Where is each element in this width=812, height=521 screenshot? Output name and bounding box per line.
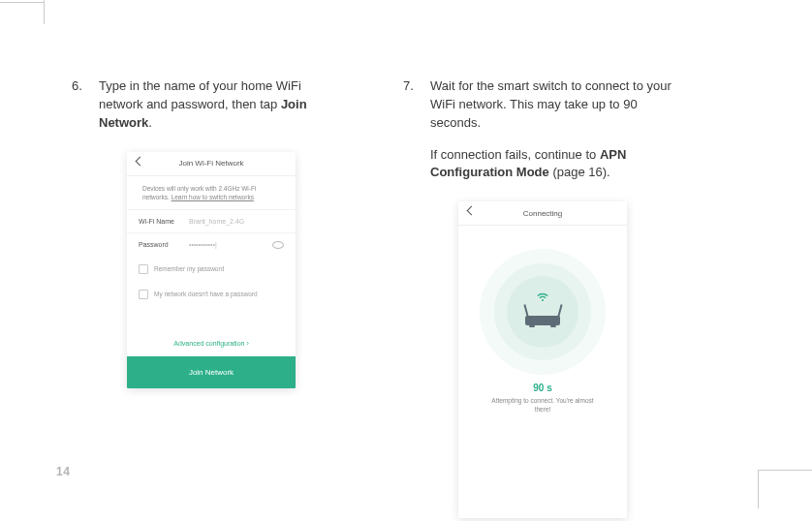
step-7-number: 7. <box>403 77 430 182</box>
wifi-name-label: Wi-Fi Name <box>139 218 189 225</box>
page-number: 14 <box>56 465 70 478</box>
step-7-para2-b: (page 16). <box>549 165 610 179</box>
switch-networks-link[interactable]: Learn how to switch networks <box>172 194 254 200</box>
no-password-checkbox[interactable]: My network doesn't have a password <box>127 282 296 307</box>
step-6-column: 6. Type in the name of your home WiFi ne… <box>76 77 347 518</box>
countdown-timer: 90 s <box>458 383 627 393</box>
connecting-animation <box>480 249 606 375</box>
step-6-text-b: . <box>148 115 152 130</box>
phone-connecting: Connecting 90 s <box>458 201 627 518</box>
wifi-password-value: •••••••••••| <box>189 241 272 248</box>
step-7-para1: Wait for the smart switch to connect to … <box>430 77 678 133</box>
step-6-number: 6. <box>72 77 99 133</box>
no-password-label: My network doesn't have a password <box>154 291 258 297</box>
checkbox-icon <box>139 264 148 274</box>
step-6-text-a: Type in the name of your home WiFi netwo… <box>99 78 301 111</box>
wifi-icon <box>536 292 549 304</box>
advanced-config-link[interactable]: Advanced configuration › <box>127 330 296 356</box>
wifi-password-label: Password <box>139 241 189 248</box>
remember-label: Remember my password <box>154 265 224 272</box>
back-icon[interactable] <box>467 206 477 216</box>
step-7-para2-a: If connection fails, continue to <box>430 147 600 162</box>
remember-password-checkbox[interactable]: Remember my password <box>127 257 296 282</box>
wifi-name-value: Brant_home_2.4G <box>189 218 284 225</box>
wifi-name-row[interactable]: Wi-Fi Name Brant_home_2.4G <box>127 209 296 232</box>
step-6-text: Type in the name of your home WiFi netwo… <box>99 77 347 133</box>
phone-join-wifi: Join Wi-Fi Network Devices will only wor… <box>127 152 296 388</box>
step-7-text: Wait for the smart switch to connect to … <box>430 77 678 182</box>
step-7-column: 7. Wait for the smart switch to connect … <box>407 77 678 518</box>
router-icon <box>521 298 564 325</box>
eye-icon[interactable] <box>272 241 284 249</box>
wifi-info-notice: Devices will only work with 2.4GHz Wi-Fi… <box>127 176 296 209</box>
wifi-password-row[interactable]: Password •••••••••••| <box>127 232 296 257</box>
checkbox-icon <box>139 290 148 299</box>
join-network-button[interactable]: Join Network <box>127 356 296 388</box>
screen-title: Join Wi-Fi Network <box>178 159 243 168</box>
screen-title: Connecting <box>523 209 562 218</box>
back-icon[interactable] <box>136 156 145 166</box>
attempting-message: Attempting to connect. You're almost the… <box>458 393 627 414</box>
